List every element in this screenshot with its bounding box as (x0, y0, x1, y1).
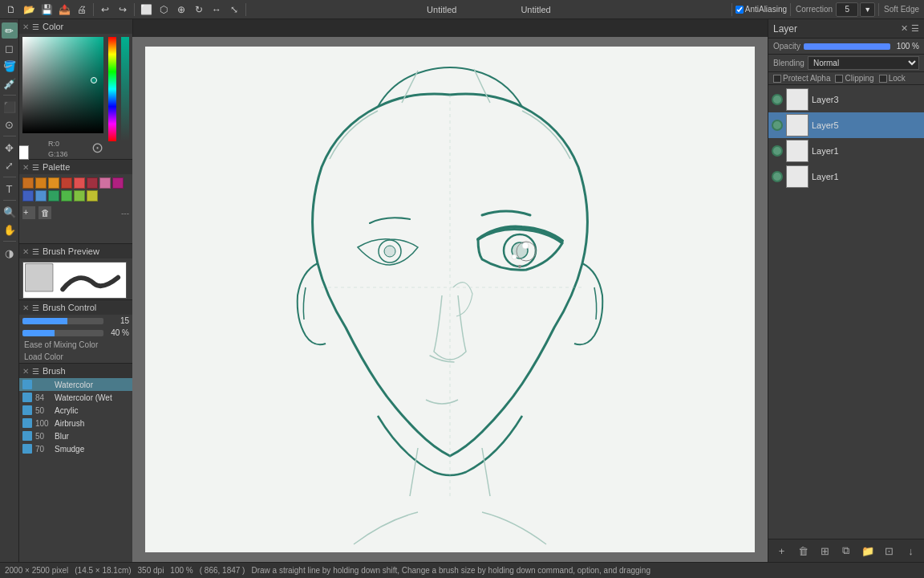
layer-item[interactable]: Layer3 (768, 87, 924, 112)
clipping-toggle[interactable]: Clipping (835, 74, 873, 83)
layer-item[interactable]: Layer1 (768, 138, 924, 164)
select-poly-icon[interactable]: ⬡ (156, 2, 172, 18)
new-file-icon[interactable]: 🗋 (3, 2, 19, 18)
brush-list-item[interactable]: 100 Airbrush (19, 417, 132, 429)
brush-num: 70 (35, 445, 51, 454)
palette-color-swatch[interactable] (22, 190, 34, 201)
eyedropper-icon[interactable]: ⊙ (91, 139, 103, 155)
undo-icon[interactable]: ↩ (97, 2, 113, 18)
bc-options[interactable]: ☰ (32, 303, 39, 312)
background-color[interactable] (19, 145, 29, 160)
layer-item[interactable]: Layer1 (768, 164, 924, 189)
palette-color-swatch[interactable] (35, 190, 47, 201)
eraser-tool[interactable]: ◻ (2, 40, 18, 56)
blending-select[interactable]: Normal Multiply Screen Overlay (808, 56, 919, 70)
scale-icon[interactable]: ⤡ (226, 2, 242, 18)
redo-icon[interactable]: ↪ (115, 2, 131, 18)
antialiasing-toggle[interactable]: AntiAliasing (736, 5, 787, 14)
correction-value[interactable] (836, 2, 858, 17)
select-tool[interactable]: ⬛ (2, 99, 18, 115)
gradient-tool[interactable]: ◑ (2, 245, 18, 261)
export-icon[interactable]: 📤 (56, 2, 72, 18)
protect-alpha-toggle[interactable]: Protect Alpha (773, 74, 830, 83)
protect-alpha-check[interactable] (773, 75, 781, 83)
palette-color-swatch[interactable] (22, 177, 34, 189)
duplicate-layer-btn[interactable]: ⧉ (838, 543, 854, 559)
layer-visibility-toggle[interactable] (772, 171, 783, 182)
delete-layer-btn[interactable]: 🗑 (795, 543, 811, 559)
bp-close[interactable]: ✕ (22, 247, 29, 256)
bc-close[interactable]: ✕ (22, 303, 29, 312)
palette-color-swatch[interactable] (112, 177, 124, 189)
palette-color-swatch[interactable] (61, 177, 72, 189)
palette-color-swatch[interactable] (48, 177, 59, 189)
color-gradient[interactable] (22, 37, 103, 133)
drawing-canvas[interactable] (145, 47, 755, 552)
color-options[interactable]: ☰ (32, 22, 39, 31)
opacity-slider[interactable] (804, 43, 890, 50)
text-tool[interactable]: T (2, 181, 18, 197)
fill-tool[interactable]: 🪣 (2, 58, 18, 74)
open-icon[interactable]: 📂 (21, 2, 37, 18)
bp-options[interactable]: ☰ (32, 247, 39, 256)
palette-close[interactable]: ✕ (22, 163, 29, 172)
layer-search-icon[interactable]: ✕ (901, 23, 908, 34)
opacity-slider[interactable] (22, 330, 103, 336)
brush-list-item[interactable]: 70 Smudge (19, 442, 132, 455)
brush-list-item[interactable]: 50 Blur (19, 429, 132, 442)
palette-color-swatch[interactable] (87, 177, 98, 189)
palette-delete[interactable]: 🗑 (38, 206, 51, 219)
color-picker[interactable]: R:0 G:136 B:113 ⊙ (19, 34, 132, 158)
select-rect-icon[interactable]: ⬜ (138, 2, 154, 18)
save-icon[interactable]: 💾 (38, 2, 55, 18)
import-layer-btn[interactable]: ↓ (902, 543, 918, 559)
color-close[interactable]: ✕ (22, 22, 29, 31)
palette-color-swatch[interactable] (87, 190, 98, 201)
rotate-icon[interactable]: ↻ (191, 2, 207, 18)
canvas-area[interactable] (132, 37, 768, 562)
flip-icon[interactable]: ↔ (209, 2, 225, 18)
ease-label: Ease of Mixing Color (19, 339, 132, 351)
layer-item[interactable]: Layer5 (768, 112, 924, 138)
palette-color-swatch[interactable] (99, 177, 111, 189)
size-slider[interactable] (22, 318, 103, 324)
brush-list-item[interactable]: 84 Watercolor (Wet (19, 391, 132, 404)
lasso-tool[interactable]: ⊙ (2, 116, 18, 132)
eyedropper-tool[interactable]: 💉 (2, 75, 18, 92)
group-layer-btn[interactable]: 📁 (860, 543, 876, 559)
merge-layer-btn[interactable]: ⊞ (817, 543, 833, 559)
brush-list-item[interactable]: Watercolor (19, 378, 132, 391)
hand-tool[interactable]: ✋ (2, 222, 18, 238)
clipping-check[interactable] (835, 75, 843, 83)
palette-add[interactable]: + (22, 206, 35, 219)
hue-bar[interactable] (108, 37, 116, 141)
alpha-bar[interactable] (121, 37, 129, 141)
bl-options[interactable]: ☰ (32, 367, 39, 376)
layer-visibility-toggle[interactable] (772, 145, 783, 157)
mask-layer-btn[interactable]: ⊡ (881, 543, 898, 559)
add-layer-btn[interactable]: + (773, 543, 789, 559)
lock-toggle[interactable]: Lock (879, 74, 906, 83)
zoom-tool[interactable]: 🔍 (2, 204, 18, 220)
layer-options-icon[interactable]: ☰ (911, 23, 919, 34)
palette-section: ✕ ☰ Palette + 🗑 --- (19, 160, 132, 244)
correction-dropdown[interactable]: ▼ (860, 2, 875, 17)
bl-close[interactable]: ✕ (22, 367, 29, 376)
layer-visibility-toggle[interactable] (772, 94, 783, 105)
brush-tool[interactable]: ✏ (2, 22, 18, 39)
palette-color-swatch[interactable] (35, 177, 47, 189)
layer-visibility-toggle[interactable] (772, 120, 783, 131)
transform-tool[interactable]: ⤢ (2, 157, 18, 173)
transform-icon[interactable]: ⊕ (173, 2, 189, 18)
palette-color-swatch[interactable] (61, 190, 72, 201)
palette-color-swatch[interactable] (74, 190, 85, 201)
palette-options[interactable]: ☰ (32, 163, 39, 172)
palette-color-swatch[interactable] (48, 190, 59, 201)
move-tool[interactable]: ✥ (2, 140, 18, 156)
print-icon[interactable]: 🖨 (74, 2, 90, 18)
palette-title: Palette (43, 162, 70, 172)
lock-check[interactable] (879, 75, 887, 83)
palette-color-swatch[interactable] (74, 177, 85, 189)
sep5 (790, 3, 791, 16)
brush-list-item[interactable]: 50 Acrylic (19, 404, 132, 417)
